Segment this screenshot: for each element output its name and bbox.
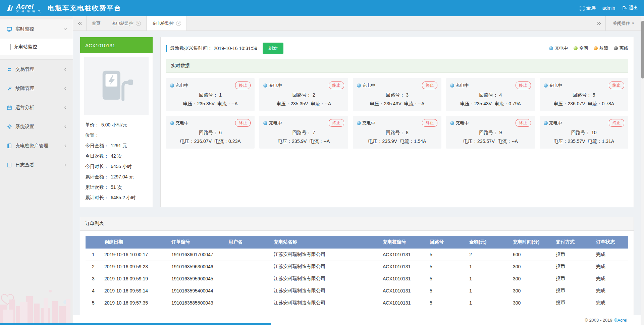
current-value: --A: [512, 139, 518, 144]
tab-charging-pile-monitor[interactable]: 充电桩监控 ×: [147, 16, 187, 31]
order-row[interactable]: 4 2019-10-16 09:59:14 1910163595400044 江…: [86, 285, 628, 297]
stat-row-total-duration: 累计时长： 6485.2 小时: [85, 193, 148, 203]
circuit-number-line: 回路号： 8: [357, 130, 437, 136]
current-label: 电流：: [309, 139, 323, 144]
current-label: 电流：: [497, 139, 512, 144]
column-header-minutes: 充电时间(分): [509, 236, 552, 249]
logout-label: 退出: [629, 5, 638, 11]
terminate-button[interactable]: 终止: [516, 82, 531, 89]
sidebar-item-label: 交易管理: [15, 66, 34, 72]
wrench-icon: [7, 86, 12, 91]
terminate-button[interactable]: 终止: [329, 82, 344, 89]
stat-value: 42 次: [111, 151, 122, 161]
column-header-pile: 充电桩编号: [379, 236, 426, 249]
current-label: 电流：: [311, 101, 325, 106]
order-amount: 1: [466, 261, 509, 273]
user-menu[interactable]: admin: [602, 5, 615, 11]
terminate-button[interactable]: 终止: [329, 119, 344, 127]
order-row[interactable]: 3 2019-10-16 09:59:19 1910163595900045 江…: [86, 273, 628, 285]
circuit-card: 充电中 终止 回路号： 4 电压：235.43V电流：0.79A: [446, 78, 535, 111]
app-logo: Acrel 安 科 瑞 电 气: [6, 3, 42, 13]
terminate-button[interactable]: 终止: [235, 119, 251, 127]
circuit-status-label: 充电中: [362, 120, 375, 126]
order-pile: ACX1010131: [379, 249, 426, 261]
circuit-cards-grid: 充电中 终止 回路号： 1 电压：235.35V电流：--A 充电中 终止 回路…: [166, 78, 628, 149]
circuit-number-value: 3: [406, 92, 409, 98]
terminate-button[interactable]: 终止: [422, 119, 437, 127]
circuit-number-label: 回路号：: [479, 92, 498, 98]
stat-label: 今日次数：: [85, 151, 109, 161]
fullscreen-label: 全屏: [586, 5, 596, 11]
circuit-status-label: 充电中: [455, 83, 469, 89]
logout-button[interactable]: 退出: [622, 5, 638, 11]
current-value: 0.78A: [602, 101, 614, 106]
order-status: 完成: [593, 261, 628, 273]
vertical-scrollbar-thumb[interactable]: [641, 21, 644, 78]
tab-home[interactable]: 首页: [87, 16, 106, 31]
terminate-button[interactable]: 终止: [609, 82, 624, 89]
order-circuit: 5: [426, 261, 466, 273]
close-operations-button[interactable]: 关闭操作 ▾: [605, 16, 641, 31]
chevron-left-icon: [63, 106, 67, 110]
refresh-button[interactable]: 刷新: [263, 43, 283, 54]
sidebar-item-realtime-monitor[interactable]: 实时监控: [0, 19, 73, 39]
circuit-card: 充电中 终止 回路号： 5 电压：236.07V电流：0.78A: [540, 78, 628, 111]
circuit-status-label: 充电中: [175, 120, 189, 126]
circuit-number-label: 回路号：: [292, 92, 311, 98]
sidebar-item-operations-analysis[interactable]: 运营分析: [0, 98, 73, 117]
fullscreen-button[interactable]: 全屏: [580, 5, 596, 11]
circuit-status-label: 充电中: [549, 83, 562, 89]
terminate-button[interactable]: 终止: [235, 82, 251, 89]
double-chevron-right-icon: [597, 21, 601, 25]
brand-link[interactable]: ©Acrel: [614, 318, 627, 323]
order-station: 江苏安科瑞制造有限公司: [270, 261, 379, 273]
order-user: [225, 285, 270, 297]
order-row[interactable]: 1 2019-10-16 10:00:17 1910163601700047 江…: [86, 249, 628, 261]
monitor-panel: 最新数据采集时间： 2019-10-16 10:31:59 刷新 充电中 空闲 …: [160, 37, 634, 207]
charging-status-dot: [357, 121, 361, 125]
order-created: 2019-10-16 09:57:35: [101, 297, 168, 309]
order-row[interactable]: 2 2019-10-16 09:59:23 1910163596300046 江…: [86, 261, 628, 273]
tabs-scroll-left-button[interactable]: [73, 16, 87, 31]
tab-label: 充电桩监控: [152, 20, 174, 26]
voltage-label: 电压：: [276, 101, 290, 106]
stat-label: 累计时长：: [85, 193, 109, 203]
sidebar-group-realtime: 实时监控 充电站监控: [0, 19, 73, 60]
chevron-left-icon: [63, 163, 67, 167]
current-value: --A: [231, 101, 238, 106]
sidebar-item-label: 日志查看: [15, 162, 34, 168]
gear-icon: [7, 124, 12, 129]
order-pile: ACX1010131: [379, 261, 426, 273]
caret-down-icon: ▾: [632, 21, 634, 25]
chevron-left-icon: [63, 67, 67, 71]
row-index: 5: [86, 297, 101, 309]
sidebar-item-transaction-management[interactable]: 交易管理: [0, 60, 73, 79]
column-header-amount: 金额(元): [466, 236, 509, 249]
terminate-button[interactable]: 终止: [609, 119, 624, 127]
log-document-icon: [7, 162, 12, 168]
charging-pile-illustration: [84, 57, 149, 115]
tab-close-icon[interactable]: ×: [136, 21, 141, 26]
tab-charging-station-monitor[interactable]: 充电站监控 ×: [106, 16, 147, 31]
tabs-scroll-right-button[interactable]: [592, 16, 605, 31]
voltage-label: 电压：: [463, 139, 477, 144]
stat-row-location: 位置：: [85, 130, 148, 141]
stat-label: 今日时长：: [85, 161, 109, 172]
sidebar-item-fault-management[interactable]: 故障管理: [0, 79, 73, 98]
sidebar-item-system-settings[interactable]: 系统设置: [0, 117, 73, 136]
circuit-number-value: 2: [313, 92, 315, 98]
sidebar-item-pile-asset-management[interactable]: 充电桩资产管理: [0, 136, 73, 155]
horizontal-scrollbar-thumb[interactable]: [0, 323, 271, 325]
terminate-button[interactable]: 终止: [422, 82, 437, 89]
sidebar-item-charging-station-monitor[interactable]: 充电站监控: [0, 39, 73, 55]
current-value: --A: [418, 101, 425, 106]
vertical-scrollbar[interactable]: [641, 16, 644, 325]
sidebar-item-log-viewer[interactable]: 日志查看: [0, 155, 73, 174]
circuit-measurements: 电压：235.9V电流：1.54A: [357, 139, 437, 145]
terminate-button[interactable]: 终止: [516, 119, 531, 127]
tab-close-icon[interactable]: ×: [176, 21, 181, 26]
order-row[interactable]: 5 2019-10-16 09:57:35 1910163585500043 江…: [86, 297, 628, 309]
circuit-number-label: 回路号：: [573, 92, 591, 98]
voltage-label: 电压：: [370, 101, 384, 106]
legend-item-charging: 充电中: [549, 45, 568, 51]
